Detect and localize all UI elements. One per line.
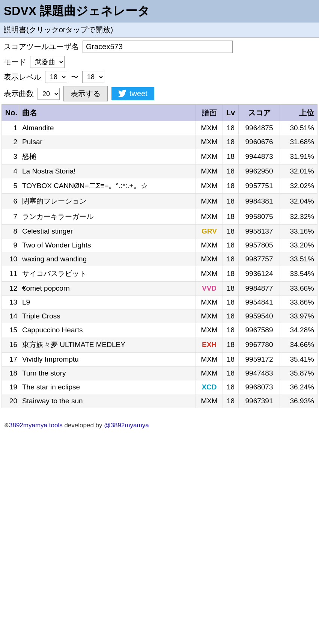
cell-lv: 18	[223, 209, 239, 225]
cell-name: The star in eclipse	[19, 380, 196, 394]
cell-name: Triple Cross	[19, 309, 196, 323]
cell-rank: 33.16%	[280, 225, 317, 238]
table-row: 15Cappuccino HeartsMXM18996758934.28%	[2, 323, 317, 337]
cell-no: 1	[2, 121, 19, 135]
cell-lv: 18	[223, 164, 239, 178]
cell-name: waxing and wanding	[19, 252, 196, 266]
cell-score: 9967391	[239, 394, 280, 408]
table-row: 12€omet popcornVVD18998487733.66%	[2, 282, 317, 296]
cell-name: €omet popcorn	[19, 282, 196, 296]
cell-chart: MXM	[196, 394, 223, 408]
cell-rank: 33.86%	[280, 296, 317, 309]
display-button[interactable]: 表示する	[63, 86, 108, 101]
cell-name: ランカーキラーガール	[19, 209, 196, 225]
cell-score: 9958075	[239, 209, 280, 225]
footer-link2[interactable]: @3892myamya	[104, 422, 149, 429]
cell-no: 4	[2, 164, 19, 178]
mode-select[interactable]: 武器曲	[30, 56, 65, 68]
table-row: 3怒槌MXM18994487331.91%	[2, 149, 317, 164]
username-row: スコアツールユーザ名	[4, 41, 315, 53]
cell-score: 9936124	[239, 266, 280, 282]
cell-lv: 18	[223, 296, 239, 309]
th-chart: 譜面	[196, 105, 223, 121]
cell-no: 17	[2, 353, 19, 366]
cell-name: Cappuccino Hearts	[19, 323, 196, 337]
cell-score: 9947483	[239, 366, 280, 380]
tweet-button[interactable]: tweet	[111, 87, 154, 100]
controls-section: スコアツールユーザ名 モード 武器曲 表示レベル 18 〜 18 表示曲数 20…	[0, 38, 319, 104]
page-wrapper: SDVX 課題曲ジェネレータ 説明書(クリックorタップで開放) スコアツールユ…	[0, 0, 319, 433]
cell-chart: MXM	[196, 266, 223, 282]
cell-name: 東方妖々夢 ULTIMATE MEDLEY	[19, 337, 196, 353]
cell-chart: MXM	[196, 121, 223, 135]
cell-no: 13	[2, 296, 19, 309]
cell-name: Turn the story	[19, 366, 196, 380]
cell-chart: MXM	[196, 238, 223, 252]
cell-no: 2	[2, 135, 19, 149]
footer-link1[interactable]: 3892myamya tools	[9, 422, 63, 429]
table-row: 8Celestial stingerGRV18995813733.16%	[2, 225, 317, 238]
th-rank: 上位	[280, 105, 317, 121]
table-row: 11サイコパスラビットMXM18993612433.54%	[2, 266, 317, 282]
cell-no: 7	[2, 209, 19, 225]
cell-no: 20	[2, 394, 19, 408]
cell-score: 9984381	[239, 194, 280, 209]
cell-rank: 33.66%	[280, 282, 317, 296]
cell-chart: GRV	[196, 225, 223, 238]
table-row: 7ランカーキラーガールMXM18995807532.32%	[2, 209, 317, 225]
table-row: 17Vividly ImpromptuMXM18995917235.41%	[2, 353, 317, 366]
cell-no: 12	[2, 282, 19, 296]
cell-lv: 18	[223, 323, 239, 337]
level-from-select[interactable]: 18	[45, 71, 67, 83]
count-select[interactable]: 20	[38, 88, 60, 100]
cell-no: 5	[2, 178, 19, 194]
cell-rank: 32.32%	[280, 209, 317, 225]
th-score: スコア	[239, 105, 280, 121]
info-section[interactable]: 説明書(クリックorタップで開放)	[0, 23, 319, 38]
cell-name: TOYBOX CANNØN=二Σ≡=。°.:*:.+。☆	[19, 178, 196, 194]
cell-lv: 18	[223, 337, 239, 353]
cell-no: 16	[2, 337, 19, 353]
cell-name: Almandite	[19, 121, 196, 135]
table-row: 6閉塞的フレーションMXM18998438132.04%	[2, 194, 317, 209]
cell-rank: 35.87%	[280, 366, 317, 380]
cell-score: 9944873	[239, 149, 280, 164]
cell-score: 9962950	[239, 164, 280, 178]
table-row: 10waxing and wandingMXM18998775733.51%	[2, 252, 317, 266]
song-table-wrap: No. 曲名 譜面 Lv スコア 上位 1AlmanditeMXM1899648…	[0, 104, 319, 408]
cell-rank: 34.66%	[280, 337, 317, 353]
cell-score: 9958137	[239, 225, 280, 238]
cell-lv: 18	[223, 380, 239, 394]
cell-score: 9968073	[239, 380, 280, 394]
title-bar: SDVX 課題曲ジェネレータ	[0, 0, 319, 23]
cell-lv: 18	[223, 309, 239, 323]
cell-rank: 34.28%	[280, 323, 317, 337]
cell-score: 9984877	[239, 282, 280, 296]
cell-chart: EXH	[196, 337, 223, 353]
cell-rank: 35.41%	[280, 353, 317, 366]
count-label: 表示曲数	[4, 89, 34, 99]
cell-rank: 36.93%	[280, 394, 317, 408]
cell-lv: 18	[223, 178, 239, 194]
table-row: 19The star in eclipseXCD18996807336.24%	[2, 380, 317, 394]
cell-no: 11	[2, 266, 19, 282]
table-row: 4La Nostra Storia!MXM18996295032.01%	[2, 164, 317, 178]
th-no: No.	[2, 105, 19, 121]
th-name: 曲名	[19, 105, 196, 121]
song-tbody: 1AlmanditeMXM18996487530.51%2PulsarMXM18…	[2, 121, 317, 408]
footer-middle: developed by	[63, 422, 104, 429]
cell-chart: MXM	[196, 209, 223, 225]
cell-lv: 18	[223, 394, 239, 408]
twitter-icon	[118, 90, 126, 98]
cell-rank: 32.04%	[280, 194, 317, 209]
cell-rank: 33.51%	[280, 252, 317, 266]
cell-score: 9987757	[239, 252, 280, 266]
table-row: 14Triple CrossMXM18995954033.97%	[2, 309, 317, 323]
cell-name: 閉塞的フレーション	[19, 194, 196, 209]
username-label: スコアツールユーザ名	[4, 42, 79, 52]
table-row: 16東方妖々夢 ULTIMATE MEDLEYEXH18996778034.66…	[2, 337, 317, 353]
username-input[interactable]	[83, 41, 233, 53]
cell-lv: 18	[223, 353, 239, 366]
cell-lv: 18	[223, 282, 239, 296]
level-to-select[interactable]: 18	[82, 71, 104, 83]
